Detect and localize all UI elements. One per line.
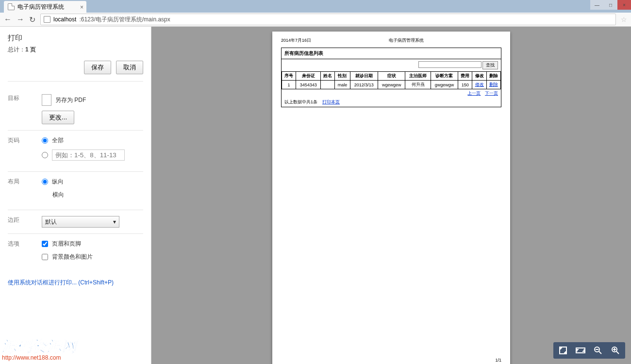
- pages-range-radio[interactable]: [42, 152, 48, 158]
- viewer-toolbar: [553, 342, 625, 359]
- system-dialog-link[interactable]: 使用系统对话框进行打印... (Ctrl+Shift+P): [8, 279, 143, 287]
- window-controls: — □ ×: [590, 0, 631, 10]
- reload-button[interactable]: ↻: [29, 15, 35, 24]
- print-panel: 打印 总计：1 页 保存 取消 目标 另存为 PDF 更改... 页码: [0, 27, 151, 364]
- search-input[interactable]: [418, 61, 482, 68]
- bookmark-icon[interactable]: ☆: [621, 16, 627, 23]
- layout-landscape-label: 横向: [52, 191, 64, 199]
- tab-bar: 电子病历管理系统 ×: [0, 0, 631, 13]
- url-host: localhost: [53, 16, 76, 23]
- pages-all-radio[interactable]: [42, 137, 48, 144]
- svg-line-6: [616, 351, 619, 354]
- fit-width-button[interactable]: [573, 344, 588, 357]
- forward-button[interactable]: →: [17, 15, 24, 24]
- pages-label: 页码: [8, 136, 42, 165]
- background-label: 背景颜色和图片: [52, 253, 93, 261]
- preview-date: 2014年7月16日: [281, 37, 311, 44]
- zoom-in-button[interactable]: [608, 344, 623, 357]
- pdf-icon: [42, 94, 51, 106]
- fit-page-button[interactable]: [555, 344, 571, 357]
- margins-label: 边距: [8, 216, 42, 228]
- list-title: 所有病历信息列表: [282, 48, 501, 59]
- pager: 上一页 下一页: [282, 89, 501, 98]
- page-icon: [44, 16, 50, 23]
- chevron-down-icon: ▾: [113, 218, 116, 225]
- summary-text: 以上数据中共1条: [284, 99, 317, 104]
- search-button[interactable]: 查找: [482, 61, 498, 69]
- layout-portrait-label: 纵向: [52, 178, 64, 186]
- url-bar[interactable]: localhost:6123/电子病历管理系统/main.aspx: [40, 14, 616, 25]
- browser-tab[interactable]: 电子病历管理系统 ×: [4, 1, 86, 13]
- print-title: 打印: [8, 33, 143, 43]
- table-row: 1 3454343 male 2012/3/13 wgewgew 何升燕 gwg…: [282, 81, 501, 89]
- page-number: 1/1: [495, 358, 501, 363]
- tab-title: 电子病历管理系统: [17, 3, 64, 11]
- minimize-button[interactable]: —: [590, 0, 604, 10]
- delete-link[interactable]: 删除: [489, 82, 498, 87]
- options-label: 选项: [8, 240, 42, 266]
- print-page-link[interactable]: 打印本页: [322, 99, 340, 104]
- headers-label: 页眉和页脚: [52, 240, 81, 248]
- next-page-link[interactable]: 下一页: [485, 91, 498, 96]
- cancel-button[interactable]: 取消: [116, 61, 143, 74]
- preview-system-name: 电子病历管理系统: [389, 37, 424, 44]
- preview-page: 2014年7月16日 电子病历管理系统 所有病历信息列表 查找 序号 身份证 姓…: [272, 32, 510, 364]
- destination-value: 另存为 PDF: [55, 96, 86, 104]
- margins-select[interactable]: 默认 ▾: [42, 216, 119, 228]
- save-button[interactable]: 保存: [84, 61, 111, 74]
- watermark: 源码资源网 http://www.net188.com: [2, 339, 77, 361]
- edit-link[interactable]: 修改: [475, 82, 484, 87]
- file-icon: [8, 3, 15, 10]
- preview-area: 2014年7月16日 电子病历管理系统 所有病历信息列表 查找 序号 身份证 姓…: [151, 27, 631, 364]
- maximize-button[interactable]: □: [604, 0, 617, 10]
- pages-all-label: 全部: [52, 136, 64, 145]
- nav-bar: ← → ↻ localhost:6123/电子病历管理系统/main.aspx …: [0, 13, 631, 26]
- records-table: 序号 身份证 姓名 性别 就诊日期 症状 主治医师 诊断方案 费用 修改 删除 …: [282, 71, 501, 89]
- watermark-url: http://www.net188.com: [2, 354, 77, 361]
- layout-portrait-radio[interactable]: [42, 179, 48, 185]
- table-header-row: 序号 身份证 姓名 性别 就诊日期 症状 主治医师 诊断方案 费用 修改 删除: [282, 72, 501, 81]
- close-icon[interactable]: ×: [80, 4, 83, 11]
- prev-page-link[interactable]: 上一页: [467, 91, 481, 96]
- url-path: :6123/电子病历管理系统/main.aspx: [79, 16, 170, 24]
- pages-range-input[interactable]: [52, 149, 125, 161]
- close-button[interactable]: ×: [617, 0, 631, 10]
- print-total: 总计：1 页: [8, 46, 143, 54]
- headers-checkbox[interactable]: [42, 241, 48, 247]
- zoom-out-button[interactable]: [590, 344, 606, 357]
- destination-label: 目标: [8, 94, 42, 124]
- watermark-text: 源码资源网: [2, 339, 77, 353]
- background-checkbox[interactable]: [42, 254, 48, 260]
- change-destination-button[interactable]: 更改...: [42, 111, 74, 124]
- svg-line-3: [599, 351, 601, 354]
- layout-label: 布局: [8, 178, 42, 204]
- back-button[interactable]: ←: [4, 15, 12, 24]
